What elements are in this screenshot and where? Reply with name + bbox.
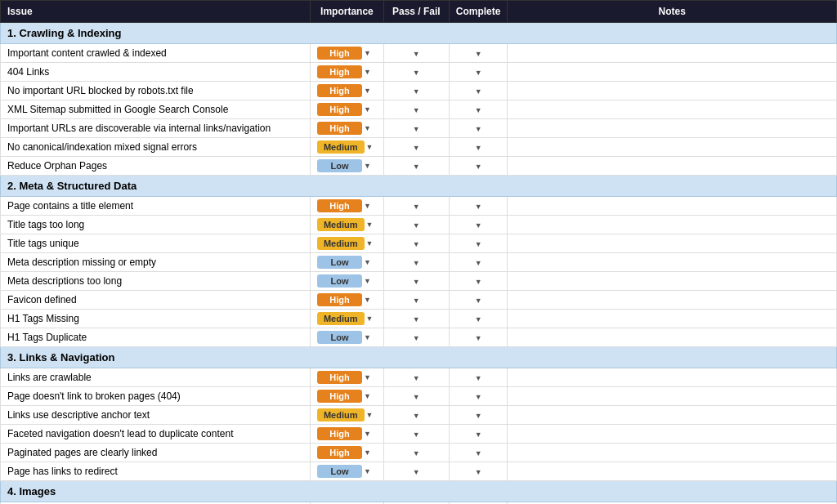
pass-fail-cell[interactable]: ▼ <box>383 291 449 310</box>
importance-dropdown-arrow[interactable]: ▼ <box>364 162 371 170</box>
complete-cell[interactable]: ▼ <box>449 272 508 291</box>
notes-cell[interactable] <box>508 328 837 347</box>
complete-cell[interactable]: ▼ <box>449 234 508 253</box>
complete-cell[interactable]: ▼ <box>449 197 508 216</box>
importance-cell[interactable]: Low▼ <box>310 272 383 291</box>
importance-dropdown-arrow[interactable]: ▼ <box>364 68 371 76</box>
complete-dropdown-arrow[interactable]: ▼ <box>475 430 482 439</box>
pass-fail-cell[interactable]: ▼ <box>383 368 449 387</box>
notes-cell[interactable] <box>508 291 837 310</box>
importance-dropdown-arrow[interactable]: ▼ <box>364 448 371 457</box>
pass-fail-cell[interactable]: ▼ <box>383 44 449 63</box>
pass-fail-dropdown-arrow[interactable]: ▼ <box>413 69 420 77</box>
pass-fail-cell[interactable]: ▼ <box>383 425 449 444</box>
importance-cell[interactable]: High▼ <box>310 444 383 462</box>
complete-cell[interactable]: ▼ <box>449 462 508 481</box>
notes-cell[interactable] <box>508 368 837 387</box>
pass-fail-dropdown-arrow[interactable]: ▼ <box>413 412 420 420</box>
complete-dropdown-arrow[interactable]: ▼ <box>475 334 482 342</box>
importance-cell[interactable]: High▼ <box>310 291 383 310</box>
importance-dropdown-arrow[interactable]: ▼ <box>364 258 371 266</box>
complete-dropdown-arrow[interactable]: ▼ <box>475 125 482 133</box>
importance-dropdown-arrow[interactable]: ▼ <box>366 314 374 323</box>
complete-cell[interactable]: ▼ <box>449 291 508 310</box>
importance-dropdown-arrow[interactable]: ▼ <box>364 373 371 381</box>
pass-fail-cell[interactable]: ▼ <box>383 100 449 119</box>
complete-dropdown-arrow[interactable]: ▼ <box>475 221 482 230</box>
complete-cell[interactable]: ▼ <box>449 82 508 100</box>
pass-fail-cell[interactable]: ▼ <box>383 138 449 157</box>
importance-dropdown-arrow[interactable]: ▼ <box>364 87 371 95</box>
pass-fail-dropdown-arrow[interactable]: ▼ <box>413 468 420 476</box>
importance-cell[interactable]: High▼ <box>310 82 383 100</box>
complete-dropdown-arrow[interactable]: ▼ <box>475 468 482 476</box>
notes-cell[interactable] <box>508 310 837 328</box>
importance-dropdown-arrow[interactable]: ▼ <box>364 277 371 285</box>
importance-cell[interactable]: Low▼ <box>310 253 383 272</box>
notes-cell[interactable] <box>508 216 837 234</box>
importance-cell[interactable]: Medium▼ <box>310 310 383 328</box>
complete-dropdown-arrow[interactable]: ▼ <box>475 163 482 171</box>
pass-fail-dropdown-arrow[interactable]: ▼ <box>413 106 420 114</box>
importance-cell[interactable]: High▼ <box>310 368 383 387</box>
importance-dropdown-arrow[interactable]: ▼ <box>364 392 371 400</box>
pass-fail-dropdown-arrow[interactable]: ▼ <box>413 221 420 230</box>
importance-cell[interactable]: High▼ <box>310 100 383 119</box>
complete-cell[interactable]: ▼ <box>449 425 508 444</box>
complete-cell[interactable]: ▼ <box>449 157 508 176</box>
notes-cell[interactable] <box>508 234 837 253</box>
complete-cell[interactable]: ▼ <box>449 310 508 328</box>
importance-dropdown-arrow[interactable]: ▼ <box>364 49 371 57</box>
pass-fail-dropdown-arrow[interactable]: ▼ <box>413 278 420 286</box>
complete-cell[interactable]: ▼ <box>449 406 508 425</box>
importance-dropdown-arrow[interactable]: ▼ <box>366 239 374 248</box>
pass-fail-dropdown-arrow[interactable]: ▼ <box>413 297 420 305</box>
complete-dropdown-arrow[interactable]: ▼ <box>475 393 482 401</box>
importance-cell[interactable]: High▼ <box>310 425 383 444</box>
complete-dropdown-arrow[interactable]: ▼ <box>475 315 482 323</box>
complete-dropdown-arrow[interactable]: ▼ <box>475 297 482 305</box>
importance-cell[interactable]: Low▼ <box>310 462 383 481</box>
pass-fail-dropdown-arrow[interactable]: ▼ <box>413 374 420 382</box>
pass-fail-cell[interactable]: ▼ <box>383 310 449 328</box>
complete-cell[interactable]: ▼ <box>449 119 508 138</box>
complete-cell[interactable]: ▼ <box>449 387 508 406</box>
pass-fail-cell[interactable]: ▼ <box>383 328 449 347</box>
notes-cell[interactable] <box>508 462 837 481</box>
importance-cell[interactable]: High▼ <box>310 63 383 82</box>
importance-dropdown-arrow[interactable]: ▼ <box>364 105 371 114</box>
complete-cell[interactable]: ▼ <box>449 328 508 347</box>
importance-cell[interactable]: Medium▼ <box>310 406 383 425</box>
notes-cell[interactable] <box>508 138 837 157</box>
importance-cell[interactable]: Low▼ <box>310 328 383 347</box>
importance-cell[interactable]: High▼ <box>310 197 383 216</box>
importance-cell[interactable]: Medium▼ <box>310 216 383 234</box>
importance-cell[interactable]: High▼ <box>310 387 383 406</box>
importance-dropdown-arrow[interactable]: ▼ <box>364 333 371 341</box>
pass-fail-cell[interactable]: ▼ <box>383 272 449 291</box>
complete-cell[interactable]: ▼ <box>449 63 508 82</box>
notes-cell[interactable] <box>508 425 837 444</box>
complete-dropdown-arrow[interactable]: ▼ <box>475 69 482 77</box>
complete-cell[interactable]: ▼ <box>449 100 508 119</box>
pass-fail-cell[interactable]: ▼ <box>383 197 449 216</box>
notes-cell[interactable] <box>508 82 837 100</box>
notes-cell[interactable] <box>508 406 837 425</box>
complete-cell[interactable]: ▼ <box>449 253 508 272</box>
pass-fail-dropdown-arrow[interactable]: ▼ <box>413 144 420 152</box>
pass-fail-cell[interactable]: ▼ <box>383 63 449 82</box>
pass-fail-dropdown-arrow[interactable]: ▼ <box>413 393 420 401</box>
complete-dropdown-arrow[interactable]: ▼ <box>475 203 482 211</box>
complete-dropdown-arrow[interactable]: ▼ <box>475 87 482 96</box>
notes-cell[interactable] <box>508 253 837 272</box>
pass-fail-dropdown-arrow[interactable]: ▼ <box>413 240 420 248</box>
pass-fail-cell[interactable]: ▼ <box>383 82 449 100</box>
complete-dropdown-arrow[interactable]: ▼ <box>475 50 482 58</box>
notes-cell[interactable] <box>508 100 837 119</box>
importance-dropdown-arrow[interactable]: ▼ <box>364 202 371 210</box>
pass-fail-dropdown-arrow[interactable]: ▼ <box>413 259 420 267</box>
notes-cell[interactable] <box>508 272 837 291</box>
complete-dropdown-arrow[interactable]: ▼ <box>475 374 482 382</box>
complete-cell[interactable]: ▼ <box>449 216 508 234</box>
complete-cell[interactable]: ▼ <box>449 368 508 387</box>
